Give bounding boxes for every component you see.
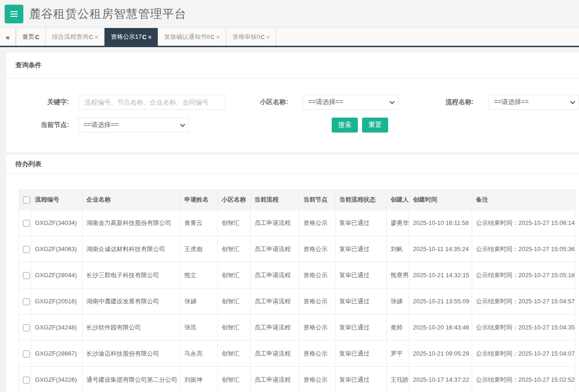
table-cell: 创智汇 [218,262,251,288]
table-cell: 创智汇 [218,367,251,392]
row-checkbox[interactable] [23,298,30,305]
table-cell: 公示结束时间：2025-10-27 15:04:07 [472,341,575,367]
app-header: 麓谷租赁公租房智慧管理平台 [0,0,579,28]
row-checkbox[interactable] [23,220,30,227]
table-cell: 资格公示 [300,315,335,341]
table-cell: 刘帆 [387,236,409,262]
table-row: GXGZF(34226)通号建设集团有限公司第二分公司刘振坤创智汇员工申请流程资… [19,367,575,392]
row-checkbox-cell [19,288,31,315]
table-cell: 创智汇 [218,341,251,367]
current-node-select[interactable]: ==请选择== [78,118,189,133]
table-cell: 资格公示 [300,341,335,367]
table-cell: 张娣 [181,288,218,315]
table-cell: 员工申请流程 [251,236,300,262]
table-cell: GXGZF(34063) [31,236,83,262]
tab-qualification-review[interactable]: 资格审核0C× [226,28,276,46]
table-cell: 通号建设集团有限公司第二分公司 [83,367,181,392]
table-cell: 黄帅 [387,315,409,341]
close-icon[interactable]: × [148,34,152,41]
community-label: 小区名称: [225,98,303,106]
process-name-select-value: ==请选择== [494,98,529,106]
table-cell: 长沙三郡电子科技有限公司 [83,262,181,288]
tab-process-query[interactable]: 综合流程查询C× [46,28,105,46]
table-cell: 2025-10-17 14:37:22 [409,367,472,392]
table-cell: 刘振坤 [181,367,218,392]
tab-bar: « 首页C 综合流程查询C× 资格公示17C× 发放确认通知书8C× 资格审核0… [0,28,579,47]
todo-table: 流程编号企业名称申请姓名小区名称当前流程当前节点当前流程状态创建人创建时间备注 … [19,189,575,392]
table-cell: 资格公示 [300,288,335,315]
process-name-select[interactable]: ==请选择== [488,95,579,110]
community-select[interactable]: ==请选择== [303,95,398,110]
table-row: GXGZF(28044)长沙三郡电子科技有限公司熊立创智汇员工申请流程资格公示复… [19,262,575,288]
refresh-icon[interactable]: C [89,34,93,41]
row-checkbox[interactable] [23,272,30,279]
row-checkbox[interactable] [23,324,30,331]
double-chevron-left-icon: « [6,33,9,41]
table-cell: GXGZF(34034) [31,210,83,236]
column-header: 备注 [472,190,575,210]
current-node-select-value: ==请选择== [84,121,119,129]
table-cell: 2025-10-21 13:55:09 [409,288,472,315]
keyword-label: 关键字: [6,98,78,106]
column-header: 创建时间 [409,190,472,210]
current-node-label: 当前节点: [6,121,78,129]
table-cell: 复审已通过 [335,341,387,367]
table-cell: 资格公示 [300,367,335,392]
table-row: GXGZF(20516)湖南中麓建设发展有限公司张娣创智汇员工申请流程资格公示复… [19,288,575,315]
table-cell: GXGZF(34248) [31,315,83,341]
table-cell: 员工申请流程 [251,315,300,341]
tab-confirmation-notice[interactable]: 发放确认通知书8C× [158,28,226,46]
table-cell: 复审已通过 [335,210,387,236]
refresh-icon[interactable]: C [35,34,39,41]
table-row: GXGZF(28667)长沙迪迈科技股份有限公司马永亮创智汇员工申请流程资格公示… [19,341,575,367]
row-checkbox[interactable] [23,377,30,384]
chevron-down-icon [180,122,185,127]
table-cell: 熊赛男 [387,262,409,288]
column-header: 申请姓名 [181,190,218,210]
table-cell: 罗平 [387,341,409,367]
row-checkbox-cell [19,341,31,367]
menu-toggle-button[interactable] [5,5,23,23]
table-cell: 长沙迪迈科技股份有限公司 [83,341,181,367]
column-header: 小区名称 [218,190,251,210]
keyword-input[interactable] [78,95,225,110]
table-cell: 公示结束时间：2025-10-27 15:06:14 [472,210,575,236]
column-header: 当前流程状态 [335,190,387,210]
close-icon[interactable]: × [216,34,220,41]
table-cell: 资格公示 [300,236,335,262]
column-header: 企业名称 [83,190,181,210]
table-cell: GXGZF(34226) [31,367,83,392]
tabs-collapse-button[interactable]: « [0,28,16,46]
table-cell: 2025-10-21 09:05:29 [409,341,472,367]
table-cell: 熊立 [181,262,218,288]
close-icon[interactable]: × [266,34,270,41]
column-header: 流程编号 [31,190,83,210]
tab-qualification-publicity[interactable]: 资格公示17C× [105,28,158,46]
chevron-down-icon [570,99,575,104]
tab-home[interactable]: 首页C [16,28,46,46]
todo-panel-title: 待办列表 [6,155,579,174]
table-cell: 资格公示 [300,210,335,236]
todo-table-wrap: 流程编号企业名称申请姓名小区名称当前流程当前节点当前流程状态创建人创建时间备注 … [6,174,579,392]
table-cell: 公示结束时间：2025-10-27 15:05:18 [472,262,575,288]
table-cell: 创智汇 [218,210,251,236]
table-cell: 公示结束时间：2025-10-27 15:04:35 [472,315,575,341]
select-all-checkbox[interactable] [23,196,30,203]
table-cell: 黄青云 [181,210,218,236]
table-cell: 员工申请流程 [251,341,300,367]
refresh-icon[interactable]: C [142,34,146,41]
query-panel-title: 查询条件 [6,53,579,78]
row-checkbox[interactable] [23,246,30,253]
row-checkbox[interactable] [23,350,30,357]
close-icon[interactable]: × [95,34,98,41]
table-cell: 张娣 [387,288,409,315]
search-button[interactable]: 搜索 [332,118,358,133]
table-cell: 复审已通过 [335,262,387,288]
table-cell: 员工申请流程 [251,210,300,236]
refresh-icon[interactable]: C [260,34,265,41]
form-buttons: 搜索 重置 [332,118,388,133]
refresh-icon[interactable]: C [210,34,215,41]
select-all-cell [19,190,31,210]
reset-button[interactable]: 重置 [362,118,388,133]
column-header: 当前节点 [300,190,335,210]
